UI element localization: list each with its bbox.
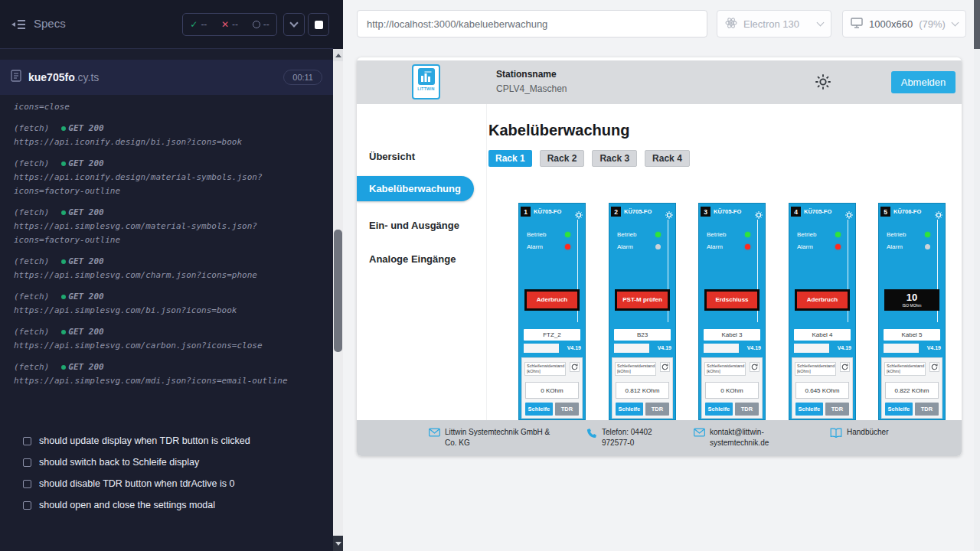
schleife-button[interactable]: Schleife xyxy=(525,403,553,416)
network-log-entry[interactable]: (fetch)GET 200 https://api.simplesvg.com… xyxy=(14,206,323,247)
tdr-button[interactable]: TDR xyxy=(645,403,669,416)
test-state-icon xyxy=(23,501,31,510)
betrieb-row: Betrieb xyxy=(527,232,546,238)
refresh-icon[interactable] xyxy=(570,362,580,372)
tab-rack-2[interactable]: Rack 2 xyxy=(540,150,585,167)
log-status: GET 200 xyxy=(68,255,103,269)
sidebar-item-ein-und-ausgaenge[interactable]: Ein- und Ausgänge xyxy=(369,220,459,231)
firmware-version: V4.19 xyxy=(747,345,761,350)
tab-rack-4[interactable]: Rack 4 xyxy=(645,150,690,167)
log-status: GET 200 xyxy=(68,360,103,374)
refresh-icon[interactable] xyxy=(660,362,670,372)
logout-button[interactable]: Abmelden xyxy=(891,71,956,93)
device-settings-gear-icon[interactable] xyxy=(755,208,763,216)
device-settings-gear-icon[interactable] xyxy=(575,208,583,216)
log-url: https://api.simplesvg.com/carbon.json?ic… xyxy=(14,339,299,353)
scroll-down-arrow[interactable] xyxy=(333,536,343,551)
tdr-button[interactable]: TDR xyxy=(915,403,939,416)
status-dot-icon xyxy=(61,330,66,334)
status-unit: ISO MOhm xyxy=(902,303,921,308)
cable-name-field[interactable]: Kabel 4 xyxy=(794,329,851,341)
browser-selector[interactable]: Electron 130 xyxy=(717,10,831,37)
network-log-entry[interactable]: (fetch)GET 200 https://api.simplesvg.com… xyxy=(14,360,323,388)
app-footer: Littwin Systemtechnik GmbH & Co. KG Tele… xyxy=(357,420,962,456)
tab-rack-1[interactable]: Rack 1 xyxy=(488,150,532,167)
network-log-entry[interactable]: (fetch)GET 200 https://api.iconify.desig… xyxy=(14,122,323,149)
tab-rack-3[interactable]: Rack 3 xyxy=(592,150,637,167)
device-card: 5 KÜ706-FO Betrieb Alarm 10ISO MOhm Kabe… xyxy=(878,203,946,420)
network-log-entry[interactable]: (fetch)GET 200 https://api.simplesvg.com… xyxy=(14,325,323,353)
schleife-button[interactable]: Schleife xyxy=(885,403,913,416)
refresh-icon[interactable] xyxy=(750,362,760,372)
device-card: 3 KÜ705-FO Betrieb Alarm Erdschluss Kabe… xyxy=(698,203,766,420)
browser-name: Electron 130 xyxy=(743,18,799,30)
cable-name-field[interactable]: FTZ_2 xyxy=(524,329,580,341)
device-model-label: KÜ705-FO xyxy=(714,208,741,215)
log-source: (fetch) xyxy=(14,255,49,269)
log-status: GET 200 xyxy=(68,325,103,339)
spec-timer: 00:11 xyxy=(283,70,322,85)
scrollbar-thumb[interactable] xyxy=(334,230,342,352)
network-log-entry[interactable]: (fetch)GET 200 https://api.simplesvg.com… xyxy=(14,255,323,282)
test-title[interactable]: should disable TDR button when tdrActive… xyxy=(0,473,323,494)
schleife-button[interactable]: Schleife xyxy=(616,403,643,416)
test-title[interactable]: should switch back to Schleife display xyxy=(0,452,323,473)
device-number-badge: 5 xyxy=(880,207,890,217)
browser-panel: Electron 130 1000x660 (79%) LITTWIN Stat… xyxy=(343,0,974,551)
viewport-selector[interactable]: 1000x660 (79%) xyxy=(842,10,966,37)
stat-failed: ✕-- xyxy=(221,19,238,30)
betrieb-row: Betrieb xyxy=(617,232,636,238)
reporter-scrollbar[interactable] xyxy=(333,0,343,551)
cypress-runner-panel: Specs ✓-- ✕-- -- kue705fo.cy.ts 00:11 ic… xyxy=(0,0,333,551)
tdr-button[interactable]: TDR xyxy=(825,403,849,416)
footer-email: kontakt@littwin-systemtechnik.de xyxy=(694,427,795,448)
page-title: Kabelüberwachung xyxy=(488,122,629,139)
betrieb-led xyxy=(835,232,841,237)
schleife-button[interactable]: Schleife xyxy=(705,403,733,416)
logo-buildings-icon xyxy=(418,68,435,85)
tdr-button[interactable]: TDR xyxy=(555,403,579,416)
test-title[interactable]: should open and close the settings modal xyxy=(0,494,323,516)
page-scrollbar-thumb[interactable] xyxy=(974,0,980,49)
specs-label[interactable]: Specs xyxy=(34,17,66,30)
version-strip xyxy=(884,344,919,353)
cable-name-field[interactable]: Kabel 3 xyxy=(704,329,760,341)
page-scrollbar[interactable] xyxy=(974,0,980,551)
collapse-all-button[interactable] xyxy=(283,13,305,36)
test-stats: ✓-- ✕-- -- xyxy=(182,13,277,36)
mail-icon xyxy=(694,428,705,439)
url-input[interactable] xyxy=(357,10,707,37)
network-log-entry[interactable]: (fetch)GET 200 https://api.simplesvg.com… xyxy=(14,290,323,318)
status-text: 10 xyxy=(906,292,917,303)
sidebar-item-analoge-eingaenge[interactable]: Analoge Eingänge xyxy=(369,253,456,265)
stop-button[interactable] xyxy=(308,13,329,36)
alarm-row: Alarm xyxy=(527,244,543,250)
app-header: LITTWIN Stationsname CPLV4_Maschen Abmel… xyxy=(357,60,962,104)
specs-menu-icon[interactable] xyxy=(11,19,26,33)
footer-phone: Telefon: 04402 972577-0 xyxy=(586,427,672,448)
cable-name-field[interactable]: B23 xyxy=(614,329,671,341)
spec-header[interactable]: kue705fo.cy.ts 00:11 xyxy=(0,60,333,95)
measurement-value: 0.812 KOhm xyxy=(616,382,669,399)
measurement-label: Schleifenwiderstand [kOhm] xyxy=(615,362,656,376)
settings-gear-icon[interactable] xyxy=(813,72,833,92)
status-text: Erdschluss xyxy=(715,297,748,304)
device-card: 2 KÜ705-FO Betrieb Alarm PST-M prüfen B2… xyxy=(609,203,676,420)
schleife-button[interactable]: Schleife xyxy=(795,403,823,416)
device-settings-gear-icon[interactable] xyxy=(935,208,942,216)
test-title[interactable]: should update display when TDR button is… xyxy=(0,430,323,452)
sidebar-item-kabelueberwachung[interactable]: Kabelüberwachung xyxy=(357,176,474,201)
refresh-icon[interactable] xyxy=(929,362,939,372)
refresh-icon[interactable] xyxy=(840,362,850,372)
device-settings-gear-icon[interactable] xyxy=(665,208,673,216)
alarm-row: Alarm xyxy=(887,244,903,250)
device-model-label: KÜ705-FO xyxy=(804,208,831,215)
device-settings-gear-icon[interactable] xyxy=(845,208,853,216)
cable-name-field[interactable]: Kabel 5 xyxy=(884,329,940,341)
network-log-entry[interactable]: (fetch)GET 200 https://api.iconify.desig… xyxy=(14,157,323,198)
footer-manuals[interactable]: Handbücher xyxy=(830,427,888,439)
sidebar-item-uebersicht[interactable]: Übersicht xyxy=(369,151,415,162)
scroll-up-arrow[interactable] xyxy=(333,49,343,61)
cross-icon: ✕ xyxy=(221,19,229,30)
tdr-button[interactable]: TDR xyxy=(735,403,759,416)
